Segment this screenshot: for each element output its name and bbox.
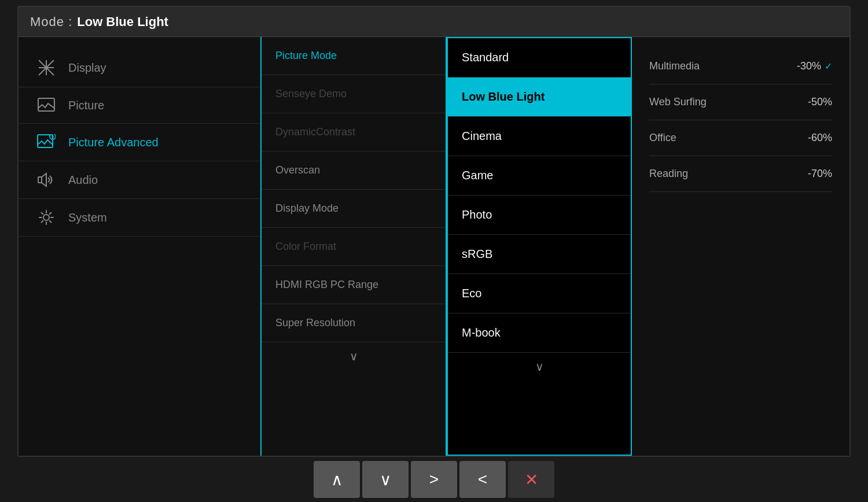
sidebar-label-audio: Audio	[68, 174, 98, 187]
fr-label-web-surfing: Web Surfing	[649, 96, 707, 108]
fr-item-office: Office -60%	[649, 120, 832, 156]
fr-label-reading: Reading	[649, 168, 688, 180]
fr-value-multimedia: -30% ✓	[797, 60, 832, 72]
submenu-item-srgb[interactable]: sRGB	[448, 235, 631, 274]
mid-label-color-format: Color Format	[275, 241, 336, 252]
submenu-label-game: Game	[462, 169, 493, 182]
mode-value: Low Blue Light	[77, 14, 168, 29]
picture-icon	[36, 98, 57, 113]
fr-value-office: -60%	[808, 132, 832, 144]
nav-left-button[interactable]: <	[459, 461, 506, 498]
fr-label-office: Office	[649, 132, 676, 144]
submenu-label-standard: Standard	[462, 51, 509, 64]
submenu-label-m-book: M-book	[462, 326, 501, 339]
svg-rect-9	[38, 98, 54, 111]
submenu-panel: Standard Low Blue Light Cinema Game Phot…	[447, 37, 632, 456]
sidebar-item-picture-advanced[interactable]: Picture Advanced	[19, 124, 260, 161]
mid-label-super-resolution: Super Resolution	[275, 317, 355, 328]
audio-icon	[36, 172, 57, 188]
main-content: Display Picture	[19, 37, 849, 456]
submenu-item-m-book[interactable]: M-book	[448, 313, 631, 353]
svg-marker-15	[42, 174, 46, 186]
monitor-screen: Mode : Low Blue Light	[17, 6, 851, 457]
middle-down-arrow[interactable]: ∨	[262, 342, 446, 370]
fr-label-multimedia: Multimedia	[649, 60, 700, 72]
fr-value-reading: -70%	[808, 168, 832, 180]
submenu-item-cinema[interactable]: Cinema	[448, 117, 631, 156]
mid-item-picture-mode[interactable]: Picture Mode	[262, 37, 446, 75]
submenu-item-standard[interactable]: Standard	[448, 38, 631, 77]
submenu-item-photo[interactable]: Photo	[448, 195, 631, 235]
submenu-label-eco: Eco	[462, 287, 481, 300]
submenu-item-eco[interactable]: Eco	[448, 274, 631, 313]
nav-down-button[interactable]: ∨	[362, 461, 409, 498]
mid-label-hdmi-rgb: HDMI RGB PC Range	[275, 279, 378, 290]
mid-item-dynamic-contrast: DynamicContrast	[262, 113, 446, 152]
submenu-down-arrow[interactable]: ∨	[448, 353, 631, 381]
mid-item-overscan[interactable]: Overscan	[262, 152, 446, 190]
svg-point-16	[43, 215, 49, 220]
check-multimedia: ✓	[825, 61, 832, 72]
system-icon	[36, 209, 57, 226]
mid-label-overscan: Overscan	[275, 164, 320, 176]
mid-item-senseye-demo: Senseye Demo	[262, 75, 446, 113]
mid-item-color-format: Color Format	[262, 228, 446, 266]
submenu-label-srgb: sRGB	[462, 248, 492, 260]
sidebar-label-system: System	[68, 211, 107, 224]
nav-right-button[interactable]: >	[411, 461, 457, 498]
sidebar-item-system[interactable]: System	[19, 199, 260, 237]
nav-close-button[interactable]: ✕	[508, 461, 554, 498]
nav-up-button[interactable]: ∧	[314, 461, 360, 498]
mid-label-senseye-demo: Senseye Demo	[275, 88, 347, 99]
submenu-item-low-blue-light[interactable]: Low Blue Light	[448, 77, 631, 117]
sidebar: Display Picture	[19, 37, 262, 456]
svg-point-8	[45, 66, 48, 69]
fr-value-web-surfing: -50%	[808, 96, 832, 108]
submenu-label-cinema: Cinema	[462, 130, 502, 142]
picture-advanced-icon	[36, 134, 57, 150]
sidebar-item-display[interactable]: Display	[19, 49, 260, 87]
mid-item-hdmi-rgb[interactable]: HDMI RGB PC Range	[262, 266, 446, 304]
submenu-label-low-blue-light: Low Blue Light	[462, 90, 545, 103]
submenu-label-photo: Photo	[462, 208, 492, 221]
mid-label-picture-mode: Picture Mode	[275, 50, 337, 61]
mode-prefix: Mode :	[30, 14, 72, 29]
sidebar-label-display: Display	[68, 61, 106, 75]
sidebar-item-picture[interactable]: Picture	[19, 87, 260, 124]
far-right-panel: Multimedia -30% ✓ Web Surfing -50% Offic…	[632, 37, 849, 456]
middle-panel: Picture Mode Senseye Demo DynamicContras…	[262, 37, 447, 456]
fr-item-reading: Reading -70%	[649, 156, 832, 192]
nav-bar: ∧ ∨ > < ✕	[0, 457, 868, 502]
mid-label-dynamic-contrast: DynamicContrast	[275, 126, 355, 138]
sidebar-label-picture-advanced: Picture Advanced	[68, 136, 159, 149]
fr-item-multimedia: Multimedia -30% ✓	[649, 49, 832, 84]
mid-label-display-mode: Display Mode	[275, 202, 339, 214]
svg-rect-10	[38, 135, 53, 147]
display-icon	[36, 59, 57, 76]
mid-item-super-resolution[interactable]: Super Resolution	[262, 304, 446, 342]
fr-item-web-surfing: Web Surfing -50%	[649, 84, 832, 120]
submenu-item-game[interactable]: Game	[448, 156, 631, 195]
sidebar-item-audio[interactable]: Audio	[19, 161, 260, 199]
sidebar-label-picture: Picture	[68, 99, 104, 112]
top-bar: Mode : Low Blue Light	[19, 7, 849, 37]
mid-item-display-mode[interactable]: Display Mode	[262, 190, 446, 228]
